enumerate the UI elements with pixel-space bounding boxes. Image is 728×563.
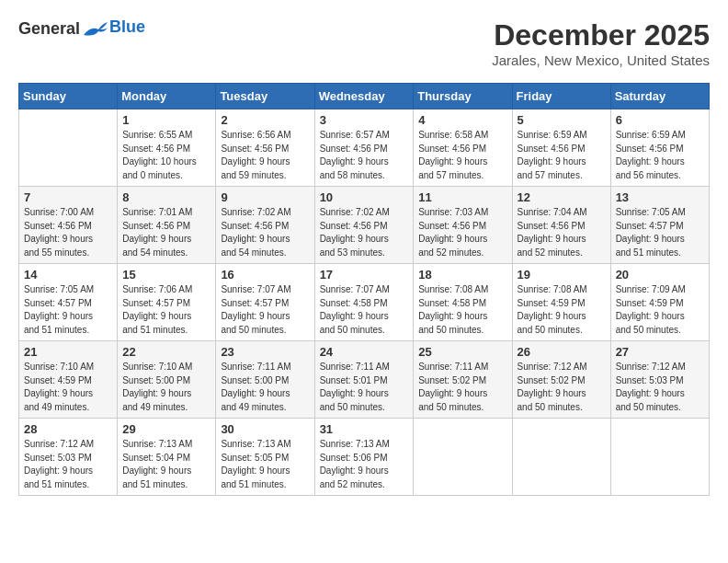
logo-text-blue: Blue bbox=[109, 17, 145, 37]
day-number: 4 bbox=[418, 113, 506, 127]
day-number: 12 bbox=[518, 190, 606, 204]
day-info: Sunrise: 7:11 AMSunset: 5:01 PMDaylight:… bbox=[320, 361, 409, 414]
day-info: Sunrise: 7:06 AMSunset: 4:57 PMDaylight:… bbox=[122, 283, 210, 337]
day-number: 11 bbox=[418, 190, 506, 204]
day-cell: 12Sunrise: 7:04 AMSunset: 4:56 PMDayligh… bbox=[512, 187, 610, 264]
day-cell bbox=[512, 419, 610, 496]
day-number: 5 bbox=[518, 113, 606, 127]
day-number: 6 bbox=[616, 113, 704, 127]
day-cell: 11Sunrise: 7:03 AMSunset: 4:56 PMDayligh… bbox=[414, 187, 512, 264]
day-cell: 28Sunrise: 7:12 AMSunset: 5:03 PMDayligh… bbox=[19, 419, 118, 496]
day-cell: 10Sunrise: 7:02 AMSunset: 4:56 PMDayligh… bbox=[314, 187, 414, 264]
header-wednesday: Wednesday bbox=[314, 84, 414, 109]
day-cell bbox=[19, 109, 118, 187]
day-info: Sunrise: 6:59 AMSunset: 4:56 PMDaylight:… bbox=[518, 129, 606, 182]
day-cell: 7Sunrise: 7:00 AMSunset: 4:56 PMDaylight… bbox=[19, 187, 118, 264]
day-info: Sunrise: 7:12 AMSunset: 5:02 PMDaylight:… bbox=[518, 361, 606, 414]
day-number: 14 bbox=[24, 268, 112, 282]
day-number: 28 bbox=[24, 422, 112, 436]
day-number: 20 bbox=[616, 268, 704, 282]
day-info: Sunrise: 7:13 AMSunset: 5:06 PMDaylight:… bbox=[320, 438, 409, 491]
week-row-3: 14Sunrise: 7:05 AMSunset: 4:57 PMDayligh… bbox=[19, 264, 710, 341]
day-info: Sunrise: 7:03 AMSunset: 4:56 PMDaylight:… bbox=[418, 206, 506, 259]
day-cell: 30Sunrise: 7:13 AMSunset: 5:05 PMDayligh… bbox=[216, 419, 314, 496]
day-cell: 21Sunrise: 7:10 AMSunset: 4:59 PMDayligh… bbox=[19, 341, 118, 419]
day-info: Sunrise: 7:02 AMSunset: 4:56 PMDaylight:… bbox=[221, 206, 309, 259]
day-cell: 19Sunrise: 7:08 AMSunset: 4:59 PMDayligh… bbox=[512, 264, 610, 341]
location-title: Jarales, New Mexico, United States bbox=[492, 52, 710, 68]
month-title: December 2025 bbox=[492, 18, 710, 52]
day-cell: 31Sunrise: 7:13 AMSunset: 5:06 PMDayligh… bbox=[314, 419, 414, 496]
day-number: 25 bbox=[418, 345, 506, 359]
day-info: Sunrise: 7:07 AMSunset: 4:58 PMDaylight:… bbox=[320, 283, 409, 337]
day-info: Sunrise: 6:59 AMSunset: 4:56 PMDaylight:… bbox=[616, 129, 704, 182]
day-cell: 22Sunrise: 7:10 AMSunset: 5:00 PMDayligh… bbox=[118, 341, 216, 419]
day-number: 26 bbox=[518, 345, 606, 359]
logo-bird-icon bbox=[82, 18, 109, 39]
header-sunday: Sunday bbox=[19, 84, 118, 109]
day-cell: 16Sunrise: 7:07 AMSunset: 4:57 PMDayligh… bbox=[216, 264, 314, 341]
day-number: 19 bbox=[518, 268, 606, 282]
day-info: Sunrise: 7:05 AMSunset: 4:57 PMDaylight:… bbox=[24, 283, 112, 337]
day-number: 2 bbox=[221, 113, 309, 127]
day-number: 22 bbox=[122, 345, 210, 359]
week-row-2: 7Sunrise: 7:00 AMSunset: 4:56 PMDaylight… bbox=[19, 187, 710, 264]
header-tuesday: Tuesday bbox=[216, 84, 314, 109]
day-number: 29 bbox=[122, 422, 210, 436]
day-info: Sunrise: 7:09 AMSunset: 4:59 PMDaylight:… bbox=[616, 283, 704, 337]
calendar-table: SundayMondayTuesdayWednesdayThursdayFrid… bbox=[18, 83, 710, 496]
day-info: Sunrise: 6:58 AMSunset: 4:56 PMDaylight:… bbox=[418, 129, 506, 182]
page-header: General Blue December 2025 Jarales, New … bbox=[18, 18, 710, 68]
day-number: 3 bbox=[320, 113, 409, 127]
day-info: Sunrise: 7:07 AMSunset: 4:57 PMDaylight:… bbox=[221, 283, 309, 337]
header-friday: Friday bbox=[512, 84, 610, 109]
day-cell: 9Sunrise: 7:02 AMSunset: 4:56 PMDaylight… bbox=[216, 187, 314, 264]
logo: General Blue bbox=[18, 18, 145, 39]
header-row: SundayMondayTuesdayWednesdayThursdayFrid… bbox=[19, 84, 710, 109]
day-info: Sunrise: 7:11 AMSunset: 5:02 PMDaylight:… bbox=[418, 361, 506, 414]
day-number: 31 bbox=[320, 422, 409, 436]
day-cell: 2Sunrise: 6:56 AMSunset: 4:56 PMDaylight… bbox=[216, 109, 314, 187]
day-cell: 5Sunrise: 6:59 AMSunset: 4:56 PMDaylight… bbox=[512, 109, 610, 187]
day-cell: 25Sunrise: 7:11 AMSunset: 5:02 PMDayligh… bbox=[414, 341, 512, 419]
day-info: Sunrise: 7:01 AMSunset: 4:56 PMDaylight:… bbox=[122, 206, 210, 259]
day-info: Sunrise: 7:10 AMSunset: 5:00 PMDaylight:… bbox=[122, 361, 210, 414]
day-cell: 26Sunrise: 7:12 AMSunset: 5:02 PMDayligh… bbox=[512, 341, 610, 419]
day-cell: 3Sunrise: 6:57 AMSunset: 4:56 PMDaylight… bbox=[314, 109, 414, 187]
day-number: 9 bbox=[221, 190, 309, 204]
day-cell: 1Sunrise: 6:55 AMSunset: 4:56 PMDaylight… bbox=[118, 109, 216, 187]
day-number: 13 bbox=[616, 190, 704, 204]
day-number: 23 bbox=[221, 345, 309, 359]
day-number: 18 bbox=[418, 268, 506, 282]
day-cell: 4Sunrise: 6:58 AMSunset: 4:56 PMDaylight… bbox=[414, 109, 512, 187]
day-info: Sunrise: 7:05 AMSunset: 4:57 PMDaylight:… bbox=[616, 206, 704, 259]
week-row-1: 1Sunrise: 6:55 AMSunset: 4:56 PMDaylight… bbox=[19, 109, 710, 187]
day-info: Sunrise: 7:00 AMSunset: 4:56 PMDaylight:… bbox=[24, 206, 112, 259]
day-info: Sunrise: 7:11 AMSunset: 5:00 PMDaylight:… bbox=[221, 361, 309, 414]
day-cell: 15Sunrise: 7:06 AMSunset: 4:57 PMDayligh… bbox=[118, 264, 216, 341]
day-cell: 13Sunrise: 7:05 AMSunset: 4:57 PMDayligh… bbox=[610, 187, 709, 264]
day-number: 21 bbox=[24, 345, 112, 359]
week-row-4: 21Sunrise: 7:10 AMSunset: 4:59 PMDayligh… bbox=[19, 341, 710, 419]
day-cell: 24Sunrise: 7:11 AMSunset: 5:01 PMDayligh… bbox=[314, 341, 414, 419]
day-cell: 6Sunrise: 6:59 AMSunset: 4:56 PMDaylight… bbox=[610, 109, 709, 187]
title-section: December 2025 Jarales, New Mexico, Unite… bbox=[492, 18, 710, 68]
day-cell bbox=[414, 419, 512, 496]
day-cell: 18Sunrise: 7:08 AMSunset: 4:58 PMDayligh… bbox=[414, 264, 512, 341]
day-info: Sunrise: 6:55 AMSunset: 4:56 PMDaylight:… bbox=[122, 129, 210, 182]
day-cell: 8Sunrise: 7:01 AMSunset: 4:56 PMDaylight… bbox=[118, 187, 216, 264]
day-info: Sunrise: 7:10 AMSunset: 4:59 PMDaylight:… bbox=[24, 361, 112, 414]
day-number: 15 bbox=[122, 268, 210, 282]
day-cell: 29Sunrise: 7:13 AMSunset: 5:04 PMDayligh… bbox=[118, 419, 216, 496]
header-monday: Monday bbox=[118, 84, 216, 109]
day-number: 8 bbox=[122, 190, 210, 204]
day-info: Sunrise: 6:56 AMSunset: 4:56 PMDaylight:… bbox=[221, 129, 309, 182]
day-cell: 14Sunrise: 7:05 AMSunset: 4:57 PMDayligh… bbox=[19, 264, 118, 341]
day-number: 30 bbox=[221, 422, 309, 436]
day-cell: 17Sunrise: 7:07 AMSunset: 4:58 PMDayligh… bbox=[314, 264, 414, 341]
day-number: 7 bbox=[24, 190, 112, 204]
day-number: 17 bbox=[320, 268, 409, 282]
day-info: Sunrise: 7:08 AMSunset: 4:58 PMDaylight:… bbox=[418, 283, 506, 337]
header-thursday: Thursday bbox=[414, 84, 512, 109]
day-cell: 27Sunrise: 7:12 AMSunset: 5:03 PMDayligh… bbox=[610, 341, 709, 419]
